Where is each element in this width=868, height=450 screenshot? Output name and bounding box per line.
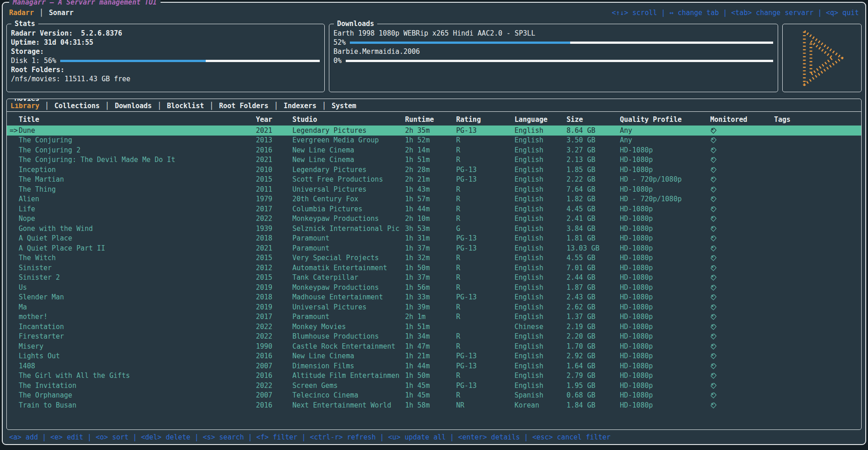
table-row[interactable]: The Orphanage2007Telecinco Cinema1h 45mR… [7,391,861,401]
table-row[interactable]: The Conjuring2013Evergreen Media Group1h… [7,136,861,146]
table-row[interactable]: Alien197920th Century Fox1h 57mREnglish1… [7,194,861,204]
table-row[interactable]: =>Dune2021Legendary Pictures2h 35mPG-13E… [7,126,861,136]
cell-language: English [515,185,567,194]
tab-indexers[interactable]: Indexers [279,102,321,110]
table-row[interactable]: Sinister 22015Tank Caterpillar1h 37mREng… [7,273,861,283]
table-row[interactable]: Incantation2022Monkey Movies1h 51mChines… [7,322,861,332]
table-row[interactable]: Gone with the Wind1939Selznick Internati… [7,224,861,234]
cell-year: 2016 [256,146,292,154]
cell-title: Misery [19,342,256,351]
table-row[interactable]: Life2017Columbia Pictures1h 44mREnglish4… [7,204,861,214]
tab-downloads[interactable]: Downloads [110,102,156,110]
table-row[interactable]: The Conjuring: The Devil Made Me Do It20… [7,155,861,165]
tab-radarr[interactable]: Radarr [9,9,38,17]
selection-marker: => [7,126,19,135]
table-row[interactable]: Slender Man2018Madhouse Entertainment1h … [7,293,861,303]
tab-separator: │ [273,102,279,110]
tab-collections[interactable]: Collections [50,102,104,110]
cell-monitored [710,186,774,193]
cell-language: English [515,342,567,351]
cell-runtime: 1h 51m [405,323,456,331]
stat-line: Uptime: 31d 04:31:55 [11,38,320,47]
table-row[interactable]: The Conjuring 22016New Line Cinema2h 14m… [7,145,861,155]
table-row[interactable]: Us2019Monkeypaw Productions1h 56mREnglis… [7,283,861,293]
download-progress-bar [346,60,773,62]
table-row[interactable]: The Invitation2022Screen Gems1h 45mPG-13… [7,381,861,391]
cell-title: 1408 [19,362,256,370]
cell-runtime: 1h 44m [405,362,456,370]
table-row[interactable]: A Quiet Place2018Paramount1h 31mPG-13Eng… [7,234,861,244]
tab-blocklist[interactable]: Blocklist [162,102,208,110]
cell-monitored [710,156,774,163]
cell-size: 4.45 GB [567,205,620,213]
cell-language: English [515,146,567,154]
cell-size: 1.95 GB [567,382,620,390]
column-header-quality-profile: Quality Profile [620,115,710,124]
table-row[interactable]: mother!2017Paramount2h 1mREnglish1.37 GB… [7,312,861,322]
cell-title: The Invitation [19,382,256,390]
stat-line: Root Folders: [11,65,320,74]
table-row[interactable]: The Thing2011Universal Pictures1h 43mREn… [7,184,861,194]
cell-runtime: 1h 21m [405,352,456,360]
table-row[interactable]: Inception2010Legendary Pictures2h 28mPG-… [7,165,861,175]
downloads-list: Earth 1998 1080p WEBRip x265 Hindi AAC2.… [333,29,773,65]
cell-rating: PG-13 [456,382,515,390]
cell-studio: Monkeypaw Productions [292,283,405,292]
table-row[interactable]: Nope2022Monkeypaw Productions2h 10mREngl… [7,214,861,224]
cell-year: 2018 [256,234,292,242]
cell-size: 13.03 GB [567,244,620,252]
cell-quality-profile: HD-1080p [620,293,710,301]
cell-title: The Conjuring 2 [19,146,256,154]
table-row[interactable]: Train to Busan2016Next Entertainment Wor… [7,400,861,410]
download-progress-bar [350,42,773,44]
tag-icon [710,127,717,134]
cell-language: English [515,293,567,301]
table-row[interactable]: Ma2019Universal Pictures1h 39mREnglish2.… [7,302,861,312]
cell-title: Firestarter [19,332,256,340]
tag-icon [710,196,717,203]
cell-quality-profile: HD-1080p [620,234,710,242]
cell-title: The Martian [19,175,256,183]
cell-language: English [515,254,567,262]
cell-runtime: 2h 1m [405,313,456,321]
cell-quality-profile: HD-1080p [620,323,710,331]
table-row[interactable]: Lights Out2016New Line Cinema1h 21mPG-13… [7,351,861,361]
cell-year: 2016 [256,372,292,380]
cell-title: Gone with the Wind [19,225,256,233]
tag-icon [710,167,717,173]
tab-system[interactable]: System [327,102,361,110]
cell-rating: R [456,264,515,272]
tab-root-folders[interactable]: Root Folders [214,102,273,110]
terminal-window: Managarr – A Servarr management TUI Rada… [2,2,866,445]
table-row[interactable]: Sinister2012Automatik Entertainment1h 50… [7,263,861,273]
table-row[interactable]: Firestarter2022Blumhouse Productions1h 3… [7,332,861,342]
cell-runtime: 1h 32m [405,254,456,262]
cell-rating: R [456,283,515,292]
cell-quality-profile: Any [620,126,710,135]
table-row[interactable]: 14082007Dimension Films1h 44mPG-13Englis… [7,361,861,371]
cell-language: English [515,382,567,390]
cell-monitored [710,264,774,272]
cell-rating: R [456,146,515,154]
cell-title: Ma [19,303,256,311]
column-header-tags: Tags [774,115,861,124]
cell-language: English [515,303,567,311]
table-row[interactable]: The Witch2015Very Special Projects1h 32m… [7,253,861,263]
cell-year: 2021 [256,126,292,135]
cell-year: 2016 [256,352,292,360]
cell-year: 2022 [256,323,292,331]
disk-usage-label: Disk 1: 56% [11,56,56,65]
cell-quality-profile: HD-1080p [620,215,710,223]
cell-monitored [710,352,774,360]
cell-size: 2.92 GB [567,352,620,360]
cell-language: English [515,215,567,223]
cell-size: 2.19 GB [567,323,620,331]
table-row[interactable]: The Martian2015Scott Free Productions2h … [7,175,861,185]
cell-size: 2.20 GB [567,332,620,340]
table-row[interactable]: Misery1990Castle Rock Entertainment1h 47… [7,341,861,351]
table-row[interactable]: A Quiet Place Part II2021Paramount1h 37m… [7,243,861,253]
tab-sonarr[interactable]: Sonarr [44,9,78,17]
stats-panel: Stats Radarr Version: 5.2.6.8376Uptime: … [6,24,325,92]
table-row[interactable]: The Girl with All the Gifts2016Altitude … [7,371,861,381]
cell-language: English [515,195,567,203]
